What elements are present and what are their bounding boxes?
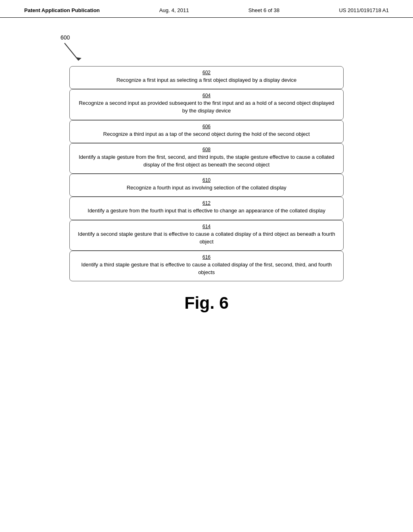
box-text-614: Identify a second staple gesture that is… bbox=[78, 231, 335, 245]
flow-start-label: 600 bbox=[60, 34, 70, 41]
flow-box-604: 604 Recognize a second input as provided… bbox=[69, 89, 344, 120]
patent-number-label: US 2011/0191718 A1 bbox=[339, 7, 389, 13]
box-number-606: 606 bbox=[78, 124, 335, 129]
sheet-label: Sheet 6 of 38 bbox=[248, 7, 280, 13]
box-text-604: Recognize a second input as provided sub… bbox=[79, 100, 334, 114]
start-arrow-svg bbox=[60, 41, 101, 65]
flow-box-614: 614 Identify a second staple gesture tha… bbox=[69, 220, 344, 251]
box-number-612: 612 bbox=[78, 200, 335, 206]
figure-label: Fig. 6 bbox=[184, 293, 229, 313]
publication-label: Patent Application Publication bbox=[24, 7, 100, 13]
box-text-610: Recognize a fourth input as involving se… bbox=[127, 185, 286, 191]
flow-box-612: 612 Identify a gesture from the fourth i… bbox=[69, 197, 344, 220]
flow-box-602: 602 Recognize a first input as selecting… bbox=[69, 66, 344, 89]
box-text-616: Identify a third staple gesture that is … bbox=[81, 262, 332, 275]
box-number-614: 614 bbox=[78, 224, 335, 229]
box-text-608: Identify a staple gesture from the first… bbox=[79, 154, 334, 168]
box-number-610: 610 bbox=[78, 177, 335, 183]
flow-container: 602 Recognize a first input as selecting… bbox=[32, 66, 381, 281]
box-text-606: Recognize a third input as a tap of the … bbox=[103, 131, 310, 137]
box-text-602: Recognize a first input as selecting a f… bbox=[117, 77, 297, 83]
svg-marker-1 bbox=[76, 57, 81, 60]
box-number-616: 616 bbox=[78, 254, 335, 260]
box-text-612: Identify a gesture from the fourth input… bbox=[88, 208, 325, 214]
box-number-608: 608 bbox=[78, 147, 335, 152]
page-header: Patent Application Publication Aug. 4, 2… bbox=[0, 0, 413, 18]
flow-box-606: 606 Recognize a third input as a tap of … bbox=[69, 120, 344, 143]
date-label: Aug. 4, 2011 bbox=[159, 7, 189, 13]
main-content: 600 602 Recognize a first input as selec… bbox=[0, 18, 413, 321]
flow-box-616: 616 Identify a third staple gesture that… bbox=[69, 251, 344, 281]
flow-box-610: 610 Recognize a fourth input as involvin… bbox=[69, 174, 344, 197]
box-number-604: 604 bbox=[78, 93, 335, 98]
flow-box-608: 608 Identify a staple gesture from the f… bbox=[69, 143, 344, 174]
box-number-602: 602 bbox=[78, 70, 335, 75]
